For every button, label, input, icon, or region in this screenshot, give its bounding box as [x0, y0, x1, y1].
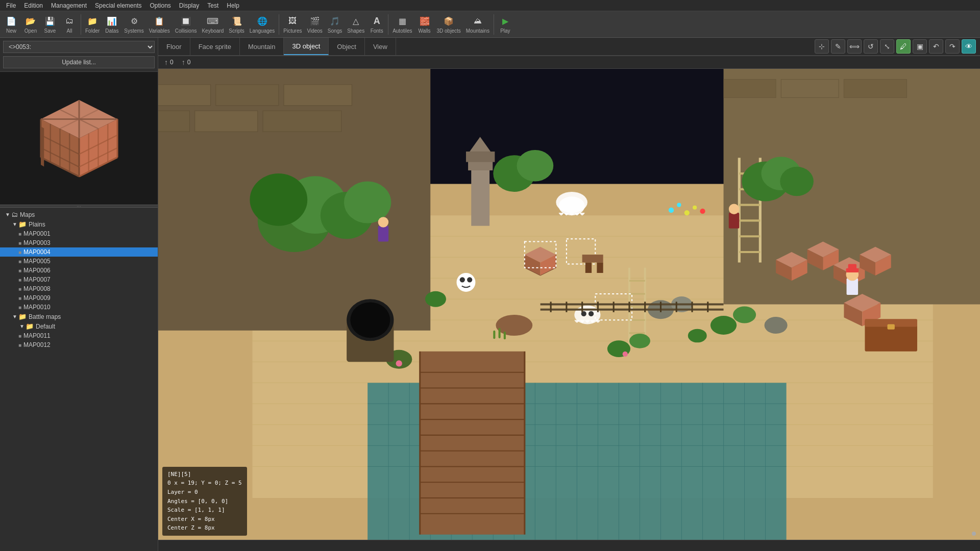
- svg-rect-47: [724, 80, 776, 98]
- tree-maps-root[interactable]: ▼ 🗂 Maps: [0, 210, 158, 219]
- toolbar-save[interactable]: 💾 Save: [41, 14, 59, 35]
- tab-view[interactable]: View: [365, 38, 396, 55]
- tree-map0007[interactable]: ■ MAP0007: [0, 275, 158, 284]
- tool-rotate[interactable]: ↺: [864, 39, 878, 54]
- toolbar-datas[interactable]: 📊 Datas: [103, 14, 121, 35]
- svg-rect-155: [585, 262, 592, 273]
- menu-help[interactable]: Help: [223, 1, 243, 10]
- tool-pencil[interactable]: ✎: [831, 39, 845, 54]
- tree-map0011[interactable]: ■ MAP0011: [0, 331, 158, 340]
- maps-folder-icon: 🗂: [11, 211, 18, 218]
- toolbar-autotiles[interactable]: ▦ Autotiles: [390, 14, 414, 35]
- tool-visibility[interactable]: 👁: [962, 39, 976, 54]
- toolbar-folder[interactable]: 📁 Folder: [83, 14, 102, 35]
- svg-point-139: [589, 311, 594, 316]
- tree-default[interactable]: ▼ 📁 Default: [0, 321, 158, 331]
- tree-map0008[interactable]: ■ MAP0008: [0, 284, 158, 293]
- toolbar-3dobjects[interactable]: 📦 3D objects: [435, 14, 463, 35]
- viewport[interactable]: [NE][5] 0 x = 19; Y = 0; Z = 5 Layer = 0…: [158, 69, 980, 540]
- toolbar-mountains[interactable]: ⛰ Mountains: [464, 14, 492, 35]
- tool-move[interactable]: ⟺: [847, 39, 862, 54]
- svg-point-170: [669, 208, 674, 213]
- toolbar-walls[interactable]: 🧱 Walls: [415, 14, 434, 35]
- default-icon: ▼: [18, 323, 26, 329]
- toolbar-play[interactable]: ▶ Play: [496, 14, 514, 35]
- tab-object[interactable]: Object: [329, 38, 365, 55]
- svg-point-196: [780, 167, 814, 196]
- tree-map0006[interactable]: ■ MAP0006: [0, 266, 158, 275]
- main-area: <>0053: Update list...: [0, 38, 980, 551]
- cursor-icon: ⊹: [819, 42, 825, 51]
- toolbar-languages[interactable]: 🌐 Languages: [248, 14, 277, 35]
- default-label: Default: [36, 323, 55, 330]
- tab-mountain[interactable]: Mountain: [240, 38, 284, 55]
- tool-scale[interactable]: ⤡: [880, 39, 894, 54]
- toolbar-videos[interactable]: 🎬 Videos: [305, 14, 324, 35]
- map0008-label: MAP0008: [23, 285, 51, 292]
- map0010-label: MAP0010: [23, 304, 51, 311]
- tool-rect[interactable]: ▣: [913, 39, 927, 54]
- tree-map0004[interactable]: ■ MAP0004: [0, 247, 158, 257]
- menu-test[interactable]: Test: [203, 1, 223, 10]
- toolbar-open[interactable]: 📂 Open: [21, 14, 40, 35]
- toolbar-new[interactable]: 📄 New: [2, 14, 20, 35]
- tree-map0001[interactable]: ■ MAP0001: [0, 229, 158, 238]
- svg-rect-49: [844, 80, 906, 98]
- info-line1: [NE][5]: [167, 470, 242, 479]
- toolbar-fonts[interactable]: A Fonts: [368, 14, 386, 35]
- tree-battle-maps-group[interactable]: ▼ 📁 Battle maps: [0, 312, 158, 321]
- update-list-button[interactable]: Update list...: [3, 56, 155, 68]
- crate-svg: [28, 87, 130, 189]
- 3d-object-preview: [0, 72, 158, 205]
- tree-map0009[interactable]: ■ MAP0009: [0, 293, 158, 303]
- map0009-label: MAP0009: [23, 294, 51, 302]
- toolbar-variables-label: Variables: [149, 28, 170, 34]
- variables-icon: 📋: [153, 15, 165, 27]
- tool-undo[interactable]: ↶: [929, 39, 943, 54]
- menu-management[interactable]: Management: [47, 1, 91, 10]
- svg-point-172: [684, 210, 690, 215]
- coord-x-value: 0: [170, 59, 174, 66]
- menu-special-elements[interactable]: Special elements: [91, 1, 145, 10]
- menu-file[interactable]: File: [2, 1, 20, 10]
- menu-display[interactable]: Display: [175, 1, 203, 10]
- toolbar-open-label: Open: [24, 28, 37, 34]
- toolbar-systems[interactable]: ⚙ Systems: [122, 14, 145, 35]
- svg-point-91: [344, 181, 391, 223]
- svg-point-165: [623, 352, 628, 357]
- toolbar-songs[interactable]: 🎵 Songs: [326, 14, 344, 35]
- songs-icon: 🎵: [329, 15, 341, 27]
- toolbar-pictures[interactable]: 🖼 Pictures: [281, 14, 304, 35]
- toolbar-all[interactable]: 🗂 All: [60, 14, 79, 35]
- tree-map0005[interactable]: ■ MAP0005: [0, 257, 158, 266]
- menu-options[interactable]: Options: [145, 1, 175, 10]
- svg-point-89: [250, 173, 307, 226]
- tree-plains-group[interactable]: ▼ 📁 Plains: [0, 219, 158, 229]
- systems-icon: ⚙: [128, 15, 140, 27]
- tool-draw[interactable]: 🖊: [896, 39, 911, 54]
- toolbar-scripts[interactable]: 📜 Scripts: [227, 14, 247, 35]
- tool-redo[interactable]: ↷: [945, 39, 960, 54]
- tree-map0012[interactable]: ■ MAP0012: [0, 340, 158, 349]
- map0005-label: MAP0005: [23, 258, 51, 265]
- svg-rect-150: [848, 264, 856, 269]
- menu-edition[interactable]: Edition: [20, 1, 47, 10]
- redo-icon: ↷: [949, 42, 955, 51]
- toolbar-shapes[interactable]: △ Shapes: [345, 14, 366, 35]
- toolbar-collisions[interactable]: 🔲 Collisions: [173, 14, 199, 35]
- tab-3d-object[interactable]: 3D object: [284, 38, 329, 55]
- tab-floor[interactable]: Floor: [158, 38, 190, 55]
- map-select[interactable]: <>0053:: [3, 41, 155, 53]
- toolbar-variables[interactable]: 📋 Variables: [147, 14, 172, 35]
- toolbar-keyboard[interactable]: ⌨ Keyboard: [200, 14, 226, 35]
- svg-rect-42: [284, 85, 352, 106]
- tool-cursor[interactable]: ⊹: [815, 39, 829, 54]
- scripts-icon: 📜: [231, 15, 243, 27]
- coord-y: ↑ 0: [182, 58, 191, 66]
- tree-map0003[interactable]: ■ MAP0003: [0, 238, 158, 247]
- move-icon: ⟺: [849, 42, 860, 51]
- svg-rect-41: [216, 85, 279, 106]
- coord-y-value: 0: [187, 59, 191, 66]
- tree-map0010[interactable]: ■ MAP0010: [0, 303, 158, 312]
- tab-face-sprite[interactable]: Face sprite: [190, 38, 240, 55]
